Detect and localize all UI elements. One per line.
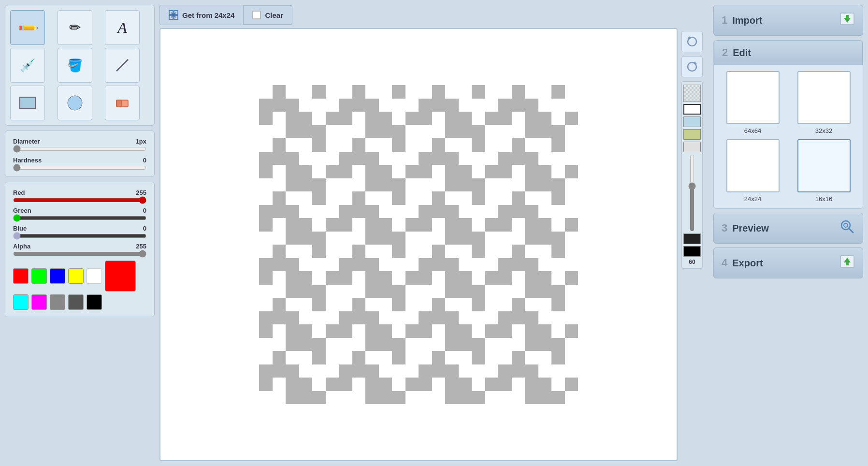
darkcolor-strip[interactable] xyxy=(683,233,701,244)
swatch-gray[interactable] xyxy=(50,294,65,310)
preview-icon xyxy=(839,219,855,237)
size-64x64[interactable]: 64x64 xyxy=(720,71,786,134)
get-from-label: Get from 24x24 xyxy=(182,11,234,19)
pixel-canvas[interactable] xyxy=(259,85,578,404)
black-strip[interactable] xyxy=(683,246,701,257)
hardness-label: Hardness xyxy=(13,157,42,164)
pencil2-tool[interactable]: ✎ xyxy=(58,10,92,45)
get-from-icon xyxy=(169,10,178,20)
fill-tool[interactable]: 🪣 xyxy=(58,48,92,83)
clear-icon xyxy=(252,11,261,19)
current-color-swatch[interactable] xyxy=(105,261,136,291)
blue-slider[interactable] xyxy=(13,234,146,238)
swatch-green[interactable] xyxy=(31,268,47,284)
blue-row: Blue 0 xyxy=(13,225,146,238)
swatch-red[interactable] xyxy=(13,268,29,284)
size-64x64-box xyxy=(726,71,780,124)
export-section-header[interactable]: 4 Export xyxy=(713,248,863,278)
alpha-row: Alpha 255 xyxy=(13,243,146,256)
undo-icon xyxy=(685,35,699,48)
green-row: Green 0 xyxy=(13,207,146,220)
size-64x64-label: 64x64 xyxy=(744,127,761,134)
svg-point-2 xyxy=(68,96,82,110)
green-slider[interactable] xyxy=(13,216,146,220)
import-title: Import xyxy=(732,15,835,26)
alpha-slider[interactable] xyxy=(13,252,146,256)
tools-right-col: 60 xyxy=(681,28,709,461)
preview-section-header[interactable]: 3 Preview xyxy=(713,213,863,244)
svg-rect-11 xyxy=(253,11,260,19)
dropper-tool[interactable]: 💉 xyxy=(10,48,45,83)
import-num: 1 xyxy=(722,14,727,27)
green-label: Green xyxy=(13,207,31,214)
preview-num: 3 xyxy=(722,222,727,234)
text-tool[interactable]: A xyxy=(105,10,140,45)
export-num: 4 xyxy=(722,257,727,269)
left-panel: ✏️ ✎ A 💉 🪣 xyxy=(5,5,155,461)
swatch-row-2 xyxy=(13,294,146,310)
green-value: 0 xyxy=(143,207,146,214)
hardness-value: 0 xyxy=(143,157,146,164)
eraser-tool[interactable] xyxy=(105,86,140,120)
toolbar-row: Get from 24x24 Clear xyxy=(159,5,709,25)
right-panel: 1 Import 2 Edit 64x64 32x32 xyxy=(713,5,863,461)
diameter-slider[interactable] xyxy=(13,147,146,151)
lightgray-strip[interactable] xyxy=(683,142,701,152)
clear-button[interactable]: Clear xyxy=(244,5,292,25)
olive-strip[interactable] xyxy=(683,129,701,140)
color-strip-panel: 60 xyxy=(681,81,703,269)
redo-icon xyxy=(685,60,699,73)
svg-line-0 xyxy=(116,59,128,71)
size-16x16[interactable]: 16x16 xyxy=(791,139,857,203)
svg-line-17 xyxy=(849,228,853,233)
export-title: Export xyxy=(732,258,835,269)
import-section-header[interactable]: 1 Import xyxy=(713,5,863,36)
pencil-tool[interactable]: ✏️ xyxy=(10,10,45,45)
lightness-slider[interactable] xyxy=(688,154,696,232)
edit-title: Edit xyxy=(733,47,854,58)
get-from-button[interactable]: Get from 24x24 xyxy=(159,5,244,25)
line-tool[interactable] xyxy=(105,48,140,83)
edit-section-header[interactable]: 2 Edit xyxy=(714,40,863,65)
redo-button[interactable] xyxy=(681,56,703,77)
swatch-yellow[interactable] xyxy=(68,268,84,284)
alpha-label: Alpha xyxy=(13,243,30,250)
export-icon xyxy=(839,254,855,272)
swatch-darkgray[interactable] xyxy=(68,294,84,310)
svg-rect-4 xyxy=(116,100,121,107)
import-icon xyxy=(839,11,855,29)
canvas-area[interactable] xyxy=(159,28,678,461)
diameter-row: Diameter 1px xyxy=(13,138,146,151)
clear-label: Clear xyxy=(265,11,283,19)
lightblue-strip[interactable] xyxy=(683,116,701,127)
edit-num: 2 xyxy=(722,46,728,59)
alpha-value: 255 xyxy=(136,243,146,250)
swatch-blue[interactable] xyxy=(50,268,65,284)
white-strip[interactable] xyxy=(683,104,701,115)
swatch-black[interactable] xyxy=(87,294,102,310)
size-24x24[interactable]: 24x24 xyxy=(720,139,786,203)
size-32x32[interactable]: 32x32 xyxy=(791,71,857,134)
color-swatches xyxy=(13,261,146,310)
ellipse-tool[interactable] xyxy=(58,86,92,120)
red-value: 255 xyxy=(136,189,146,196)
edit-grid: 64x64 32x32 24x24 16x16 xyxy=(714,65,863,208)
red-label: Red xyxy=(13,189,25,196)
undo-button[interactable] xyxy=(681,31,703,52)
rect-tool[interactable] xyxy=(10,86,45,120)
size-32x32-label: 32x32 xyxy=(815,127,832,134)
brush-panel: Diameter 1px Hardness 0 xyxy=(5,131,155,177)
canvas-with-tools: 60 xyxy=(159,28,709,461)
center-panel: Get from 24x24 Clear xyxy=(159,5,709,461)
red-slider[interactable] xyxy=(13,198,146,202)
swatch-white[interactable] xyxy=(87,268,102,284)
checker-swatch[interactable] xyxy=(683,85,701,102)
lightness-value: 60 xyxy=(689,259,695,265)
hardness-slider[interactable] xyxy=(13,166,146,170)
swatch-cyan[interactable] xyxy=(13,294,29,310)
swatch-magenta[interactable] xyxy=(31,294,47,310)
size-32x32-box xyxy=(797,71,851,124)
red-row: Red 255 xyxy=(13,189,146,202)
svg-rect-1 xyxy=(20,97,35,109)
size-24x24-label: 24x24 xyxy=(744,195,761,203)
